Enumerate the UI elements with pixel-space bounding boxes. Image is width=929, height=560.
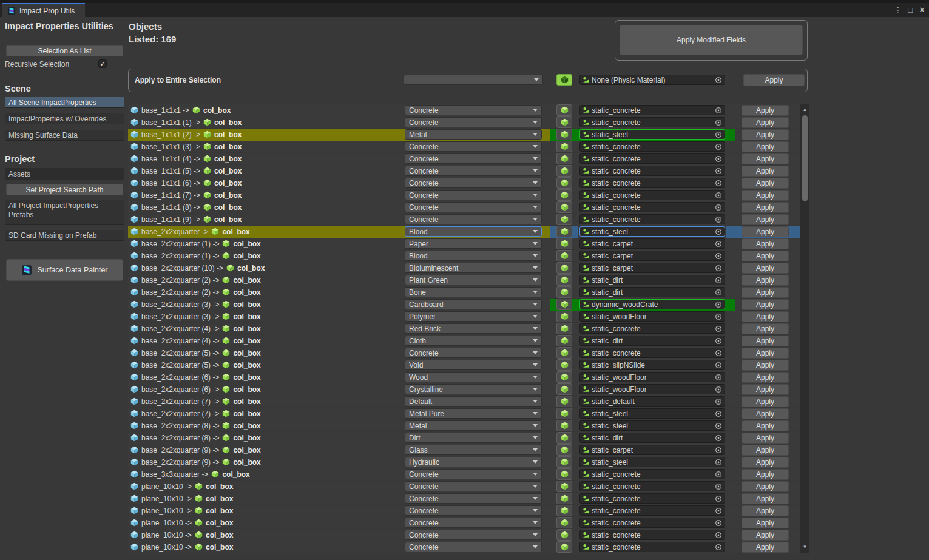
material-dropdown[interactable]: Concrete <box>405 214 542 224</box>
apply-button[interactable]: Apply <box>742 481 789 492</box>
apply-button[interactable]: Apply <box>742 178 789 189</box>
apply-button[interactable]: Apply <box>742 117 789 128</box>
surface-data-field[interactable]: static_carpet <box>579 251 725 261</box>
apply-button[interactable]: Apply <box>742 153 789 164</box>
sidebar-item-sd-card-missing-on-prefab[interactable]: SD Card Missing on Prefab <box>5 230 124 241</box>
apply-button[interactable]: Apply <box>742 336 789 346</box>
table-row[interactable]: base_2x2xquarter (3) ->col_boxCardboardd… <box>128 299 800 310</box>
prefab-icon-button[interactable] <box>556 141 572 152</box>
prefab-icon-button[interactable] <box>556 359 572 371</box>
surface-data-field[interactable]: static_woodFloor <box>579 311 725 322</box>
surface-data-field[interactable]: static_steel <box>579 420 725 431</box>
material-dropdown[interactable]: Plant Green <box>405 275 542 285</box>
table-row[interactable]: base_2x2xquarter (8) ->col_boxDirtstatic… <box>128 432 800 444</box>
apply-button[interactable]: Apply <box>742 129 789 140</box>
prefab-icon-button[interactable] <box>556 371 572 383</box>
apply-button[interactable]: Apply <box>742 105 789 116</box>
apply-button[interactable]: Apply <box>742 226 789 237</box>
object-picker-icon[interactable] <box>715 131 722 138</box>
material-dropdown[interactable]: Dirt <box>405 433 542 443</box>
object-picker-icon[interactable] <box>715 277 722 284</box>
object-picker-icon[interactable] <box>715 422 722 430</box>
surface-data-field[interactable]: static_steel <box>579 129 725 140</box>
table-row[interactable]: base_1x1x1 (9) ->col_boxConcretestatic_c… <box>128 214 800 225</box>
apply-button[interactable]: Apply <box>742 433 789 444</box>
apply-button[interactable]: Apply <box>742 372 789 383</box>
prefab-icon-button[interactable] <box>556 214 572 225</box>
material-dropdown[interactable]: Wood <box>405 372 542 382</box>
prefab-icon-button[interactable] <box>556 493 572 504</box>
material-dropdown[interactable]: Metal <box>405 420 542 431</box>
material-dropdown[interactable]: Concrete <box>405 178 542 188</box>
prefab-icon-button[interactable] <box>556 250 572 261</box>
prefab-icon-button[interactable] <box>556 517 572 528</box>
surface-data-field[interactable]: dynamic_woodCrate <box>579 299 725 309</box>
surface-data-field[interactable]: static_concrete <box>579 202 725 212</box>
object-picker-icon[interactable] <box>715 325 722 332</box>
object-picker-icon[interactable] <box>715 434 722 442</box>
prefab-icon-button[interactable] <box>556 323 572 334</box>
table-row[interactable]: base_2x2xquarter ->col_boxBloodstatic_st… <box>128 226 800 237</box>
table-row[interactable]: plane_10x10 ->col_boxConcretestatic_conc… <box>128 541 800 553</box>
selection-material-dropdown[interactable] <box>404 75 543 85</box>
window-menu-icon[interactable]: ⋮ <box>894 5 902 15</box>
apply-modified-fields-button[interactable]: Apply Modified Fields <box>620 25 803 55</box>
apply-button[interactable]: Apply <box>742 384 789 395</box>
table-row[interactable]: base_2x2xquarter (4) ->col_boxClothstati… <box>128 335 800 346</box>
surface-data-field[interactable]: static_carpet <box>579 238 725 249</box>
material-dropdown[interactable]: Concrete <box>405 202 542 212</box>
object-picker-icon[interactable] <box>715 143 722 150</box>
prefab-icon-button[interactable] <box>556 335 572 346</box>
object-picker-icon[interactable] <box>715 252 722 260</box>
surface-data-field[interactable]: static_steel <box>579 408 725 419</box>
recursive-selection-checkbox[interactable]: ✓ <box>98 59 107 68</box>
surface-data-field[interactable]: static_concrete <box>579 505 725 516</box>
prefab-icon-button[interactable] <box>556 444 572 456</box>
object-picker-icon[interactable] <box>715 386 722 393</box>
prefab-icon-button[interactable] <box>556 408 572 419</box>
sidebar-item-all-scene-impactproperties[interactable]: All Scene ImpactProperties <box>5 97 124 108</box>
object-picker-icon[interactable] <box>715 265 722 272</box>
sidebar-item-all-project-impactproperties-prefabs[interactable]: All Project ImpactProperties Prefabs <box>5 200 124 225</box>
surface-data-field[interactable]: static_concrete <box>579 530 725 540</box>
table-row[interactable]: base_1x1x1 (2) ->col_boxMetalstatic_stee… <box>128 129 800 140</box>
surface-data-field[interactable]: static_dirt <box>579 287 725 297</box>
prefab-icon-button[interactable] <box>556 432 572 444</box>
object-picker-icon[interactable] <box>715 519 722 527</box>
table-row[interactable]: plane_10x10 ->col_boxConcretestatic_conc… <box>128 529 800 541</box>
object-picker-icon[interactable] <box>715 483 722 490</box>
object-picker-icon[interactable] <box>715 289 722 296</box>
prefab-icon-button[interactable] <box>556 420 572 431</box>
surface-data-field[interactable]: static_concrete <box>579 469 725 479</box>
material-dropdown[interactable]: Concrete <box>405 505 542 516</box>
apply-button[interactable]: Apply <box>742 214 789 225</box>
apply-button[interactable]: Apply <box>742 202 789 213</box>
object-picker-icon[interactable] <box>715 155 722 163</box>
table-row[interactable]: plane_10x10 ->col_boxConcretestatic_conc… <box>128 517 800 528</box>
apply-button[interactable]: Apply <box>742 323 789 334</box>
apply-button[interactable]: Apply <box>742 457 789 468</box>
surface-data-field[interactable]: static_woodFloor <box>579 372 725 382</box>
prefab-icon-button[interactable] <box>556 129 572 140</box>
surface-data-field[interactable]: static_concrete <box>579 493 725 504</box>
prefab-icon-button[interactable] <box>556 541 572 553</box>
prefab-icon-button[interactable] <box>556 481 572 492</box>
material-dropdown[interactable]: Blood <box>405 251 542 261</box>
material-dropdown[interactable]: Concrete <box>405 348 542 358</box>
table-row[interactable]: base_2x2xquarter (8) ->col_boxMetalstati… <box>128 420 800 431</box>
apply-button[interactable]: Apply <box>742 190 789 201</box>
prefab-icon-button[interactable] <box>556 201 572 213</box>
prefab-icon-button[interactable] <box>556 529 572 541</box>
apply-button[interactable]: Apply <box>742 275 789 286</box>
sidebar-item-impactproperties-w-overrides[interactable]: ImpactProperties w/ Overrides <box>5 113 124 124</box>
object-picker-icon[interactable] <box>715 313 722 320</box>
table-row[interactable]: base_2x2xquarter (9) ->col_boxHydraulics… <box>128 456 800 468</box>
table-row[interactable]: plane_10x10 ->col_boxConcretestatic_conc… <box>128 481 800 492</box>
surface-data-field[interactable]: static_carpet <box>579 445 725 455</box>
prefab-icon-button[interactable] <box>556 262 572 274</box>
close-icon[interactable]: ✕ <box>919 5 925 15</box>
material-dropdown[interactable]: Metal <box>405 129 542 140</box>
prefab-icon-button[interactable] <box>556 165 572 177</box>
material-dropdown[interactable]: Concrete <box>405 481 542 491</box>
object-picker-icon[interactable] <box>715 240 722 248</box>
